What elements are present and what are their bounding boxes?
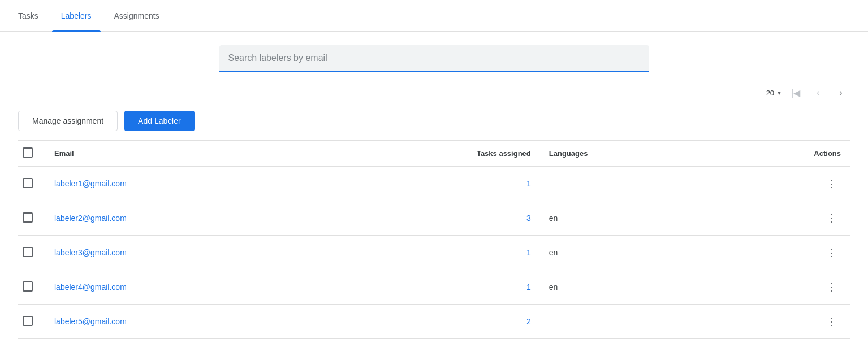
header-languages: Languages — [540, 141, 713, 167]
action-row: Manage assignment Add Labeler — [0, 106, 868, 140]
search-input[interactable] — [219, 45, 649, 72]
row-email-3[interactable]: labeler4@gmail.com — [45, 270, 320, 305]
row-actions-0: ⋮ — [713, 167, 850, 201]
row-email-2[interactable]: labeler3@gmail.com — [45, 236, 320, 270]
row-languages-0 — [540, 167, 713, 201]
row-languages-2: en — [540, 236, 713, 270]
table-body: labeler1@gmail.com 1 ⋮ labeler2@gmail.co… — [18, 167, 850, 339]
tab-labelers-label: Labelers — [61, 11, 92, 20]
first-page-icon: |◀ — [791, 88, 800, 98]
pagination-row: 20 ▼ |◀ ‹ › — [0, 81, 868, 106]
row-checkbox-cell — [18, 201, 45, 236]
row-tasks-3[interactable]: 1 — [320, 270, 540, 305]
manage-assignment-label: Manage assignment — [32, 116, 103, 125]
more-menu-icon-4[interactable]: ⋮ — [823, 312, 841, 331]
labelers-table-container: Email Tasks assigned Languages Actions l… — [0, 140, 868, 339]
row-checkbox-3[interactable] — [23, 281, 33, 292]
languages-header-label: Languages — [549, 149, 588, 158]
prev-page-button[interactable]: ‹ — [809, 84, 827, 102]
row-languages-3: en — [540, 270, 713, 305]
row-checkbox-cell — [18, 167, 45, 201]
select-all-checkbox[interactable] — [23, 147, 33, 158]
table-row: labeler4@gmail.com 1 en ⋮ — [18, 270, 850, 305]
table-header-row: Email Tasks assigned Languages Actions — [18, 141, 850, 167]
row-checkbox-2[interactable] — [23, 247, 33, 257]
row-languages-4 — [540, 305, 713, 339]
tab-labelers[interactable]: Labelers — [52, 0, 101, 32]
header-email: Email — [45, 141, 320, 167]
header-tasks-assigned: Tasks assigned — [320, 141, 540, 167]
manage-assignment-button[interactable]: Manage assignment — [18, 111, 118, 131]
row-email-0[interactable]: labeler1@gmail.com — [45, 167, 320, 201]
row-checkbox-cell — [18, 236, 45, 270]
add-labeler-button[interactable]: Add Labeler — [124, 111, 195, 131]
per-page-selector[interactable]: 20 ▼ — [766, 89, 782, 97]
tab-assignments-label: Assignments — [114, 11, 159, 20]
actions-header-label: Actions — [814, 149, 841, 158]
tab-assignments[interactable]: Assignments — [105, 0, 169, 32]
row-checkbox-1[interactable] — [23, 212, 33, 223]
chevron-down-icon: ▼ — [776, 90, 782, 96]
row-actions-2: ⋮ — [713, 236, 850, 270]
row-checkbox-cell — [18, 270, 45, 305]
row-checkbox-cell — [18, 305, 45, 339]
more-menu-icon-3[interactable]: ⋮ — [823, 278, 841, 296]
next-page-button[interactable]: › — [832, 84, 850, 102]
row-tasks-1[interactable]: 3 — [320, 201, 540, 236]
row-checkbox-4[interactable] — [23, 316, 33, 326]
row-email-1[interactable]: labeler2@gmail.com — [45, 201, 320, 236]
row-checkbox-0[interactable] — [23, 178, 33, 188]
header-checkbox-col — [18, 141, 45, 167]
more-menu-icon-2[interactable]: ⋮ — [823, 244, 841, 262]
more-menu-icon-1[interactable]: ⋮ — [823, 209, 841, 227]
email-header-label: Email — [54, 149, 74, 158]
labelers-table: Email Tasks assigned Languages Actions l… — [18, 140, 850, 339]
row-actions-3: ⋮ — [713, 270, 850, 305]
table-row: labeler5@gmail.com 2 ⋮ — [18, 305, 850, 339]
row-languages-1: en — [540, 201, 713, 236]
row-actions-1: ⋮ — [713, 201, 850, 236]
tab-bar: Tasks Labelers Assignments — [0, 0, 868, 32]
row-tasks-0[interactable]: 1 — [320, 167, 540, 201]
row-email-4[interactable]: labeler5@gmail.com — [45, 305, 320, 339]
table-row: labeler1@gmail.com 1 ⋮ — [18, 167, 850, 201]
row-tasks-2[interactable]: 1 — [320, 236, 540, 270]
row-actions-4: ⋮ — [713, 305, 850, 339]
table-row: labeler3@gmail.com 1 en ⋮ — [18, 236, 850, 270]
first-page-button[interactable]: |◀ — [787, 84, 805, 102]
table-row: labeler2@gmail.com 3 en ⋮ — [18, 201, 850, 236]
header-actions: Actions — [713, 141, 850, 167]
tab-tasks-label: Tasks — [18, 11, 38, 20]
prev-page-icon: ‹ — [817, 88, 819, 98]
next-page-icon: › — [839, 88, 842, 98]
add-labeler-label: Add Labeler — [138, 116, 181, 125]
tab-tasks[interactable]: Tasks — [9, 0, 47, 32]
search-container — [0, 32, 868, 81]
more-menu-icon-0[interactable]: ⋮ — [823, 175, 841, 193]
row-tasks-4[interactable]: 2 — [320, 305, 540, 339]
tasks-header-label: Tasks assigned — [477, 149, 531, 158]
per-page-value: 20 — [766, 89, 774, 97]
